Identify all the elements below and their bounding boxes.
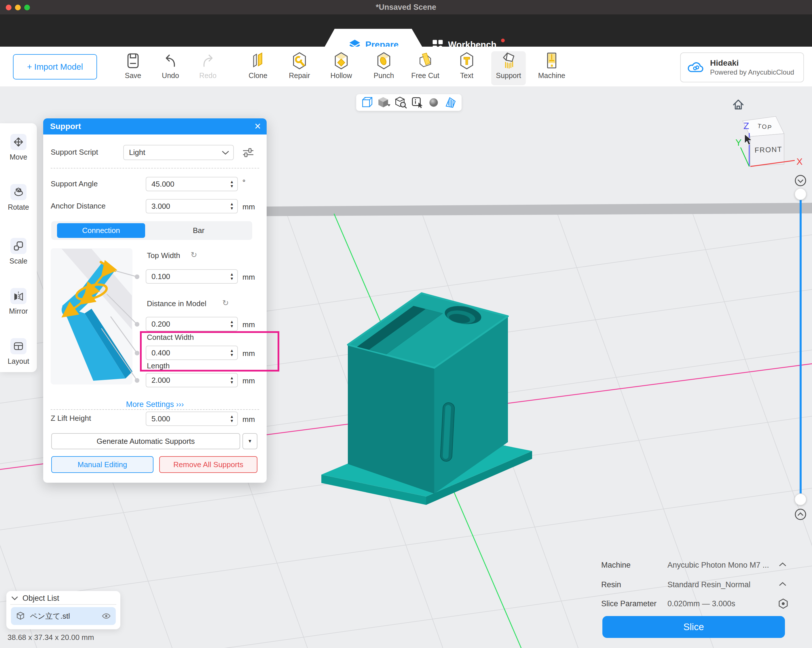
machine-value[interactable]: Anycubic Photon Mono M7 ... [667,561,769,570]
x-axis-label: X [797,156,803,167]
scale-tool[interactable] [11,238,26,254]
support-angle-input[interactable]: 45.000 ▲▼ [146,177,238,191]
undo-button[interactable]: Undo [153,51,188,85]
z-lift-height-input[interactable]: 5.000 ▲▼ [146,411,238,426]
slice-parameter-icon[interactable] [777,598,789,610]
mode-tab-bar: Prepare Workbench [0,14,812,47]
model-pen-holder[interactable] [321,293,532,505]
layer-range-expand-button[interactable] [794,508,807,521]
save-button[interactable]: Save [116,51,150,85]
tab-bar[interactable]: Bar [145,221,252,240]
resin-collapse-icon[interactable] [778,581,787,587]
account-subtitle: Powered by AnycubicCloud [710,68,794,76]
anchor-distance-label: Anchor Distance [51,201,106,211]
close-icon[interactable]: × [255,118,261,134]
redo-button[interactable]: Redo [191,51,225,85]
spin-down-icon: ▼ [230,206,234,211]
support-script-select[interactable]: Light [123,145,234,160]
object-list-item[interactable]: ペン立て.stl [11,607,116,625]
mirror-label: Mirror [0,307,37,315]
undo-icon [161,51,180,70]
generate-supports-button[interactable]: Generate Automatic Supports [51,433,240,449]
support-dialog-header[interactable]: Support × [43,118,267,134]
y-axis [740,147,749,167]
repair-button[interactable]: Repair [282,51,317,85]
clone-icon [249,51,267,70]
resin-value[interactable]: Standard Resin_Normal [667,580,750,589]
refresh-icon[interactable]: ↻ [191,250,197,260]
top-width-label: Top Width [147,251,180,260]
machine-icon [542,51,561,70]
remove-all-supports-button[interactable]: Remove All Supports [159,456,257,473]
spinner[interactable]: ▲▼ [230,414,234,423]
script-settings-icon[interactable] [242,147,255,159]
spinner[interactable]: ▲▼ [230,272,234,281]
free-cut-button[interactable]: Free Cut [408,51,443,85]
transform-sidebar: Move Rotate Scale Mirror Layout [0,123,37,372]
manual-editing-button[interactable]: Manual Editing [51,456,153,473]
sphere-view-icon[interactable] [427,96,440,109]
refresh-icon[interactable]: ↻ [222,298,229,307]
contact-width-input[interactable]: 0.400 ▲▼ [146,345,238,360]
notification-dot [501,38,505,42]
collapse-chevron-icon[interactable] [11,596,18,601]
spinner[interactable]: ▲▼ [230,180,234,188]
spinner[interactable]: ▲▼ [230,320,234,328]
support-button[interactable]: Support [491,51,526,85]
tab-connection[interactable]: Connection [57,223,145,238]
main-toolbar: + Import Model Save Undo Redo Clone Repa… [0,47,812,86]
perspective-view-icon[interactable] [361,96,374,109]
machine-label: Machine [601,561,630,570]
spin-up-icon: ▲ [230,202,234,206]
support-icon [499,51,518,70]
spinner[interactable]: ▲▼ [230,202,234,211]
slice-parameter-label: Slice Parameter [601,599,656,608]
spin-up-icon: ▲ [230,272,234,277]
machine-collapse-icon[interactable] [778,561,787,568]
y-axis-label: Y [736,138,742,148]
hollow-button[interactable]: Hollow [324,51,359,85]
machine-button[interactable]: Machine [534,51,569,85]
rotate-tool[interactable] [11,184,26,200]
layer-slider-track[interactable] [800,189,801,499]
account-badge[interactable]: Hideaki Powered by AnycubicCloud [680,52,804,83]
mm-unit: mm [243,273,255,282]
z-axis-label: Z [743,121,749,131]
distance-in-model-input[interactable]: 0.200 ▲▼ [146,317,238,331]
move-tool[interactable] [11,134,26,150]
layout-tool[interactable] [11,338,26,354]
divider [51,168,259,168]
top-width-input[interactable]: 0.100 ▲▼ [146,269,238,284]
clone-button[interactable]: Clone [241,51,275,85]
slice-button[interactable]: Slice [602,616,785,638]
mesh-cube-icon [15,611,25,621]
mirror-tool[interactable] [11,288,26,304]
slice-preview-icon[interactable] [444,96,457,109]
support-dialog: Support × Support Script Light Support A… [43,118,267,483]
layer-range-collapse-button[interactable] [794,174,807,187]
anchor-distance-input[interactable]: 3.000 ▲▼ [146,199,238,213]
length-input[interactable]: 2.000 ▲▼ [146,373,238,387]
free-cut-icon [416,51,435,70]
visibility-eye-icon[interactable] [101,611,111,621]
text-button[interactable]: Text [449,51,484,85]
model-info-icon[interactable] [411,96,424,109]
slice-parameter-value[interactable]: 0.020mm — 3.000s [667,599,736,608]
more-settings-link[interactable]: More Settings ››› [43,400,267,409]
degree-unit: ° [243,178,245,187]
generate-options-dropdown[interactable]: ▼ [243,433,257,449]
punch-button[interactable]: Punch [366,51,401,85]
spinner[interactable]: ▲▼ [230,376,234,385]
inspect-model-icon[interactable] [394,96,407,109]
import-model-button[interactable]: + Import Model [13,54,97,79]
shading-mode-icon[interactable] [377,96,391,109]
title-bar: *Unsaved Scene [0,0,812,14]
layout-icon [12,340,25,353]
hollow-icon [332,51,351,70]
layer-slider-top-handle[interactable] [794,188,806,200]
home-view-button[interactable] [732,98,745,111]
spinner[interactable]: ▲▼ [230,348,234,357]
viewcube-front-label[interactable]: FRONT [754,145,782,154]
layer-slider-bottom-handle[interactable] [794,493,806,506]
connection-bar-tabs: Connection Bar [51,221,252,240]
